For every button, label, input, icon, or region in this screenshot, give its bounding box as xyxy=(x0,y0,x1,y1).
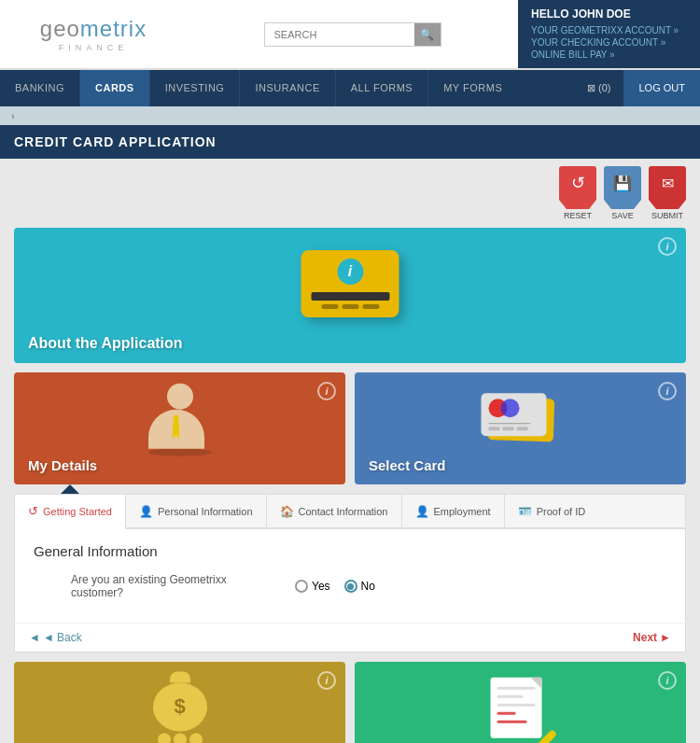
user-greeting: HELLO JOHN DOE xyxy=(531,7,687,21)
select-card-label: Select Card xyxy=(369,457,446,473)
radio-group: Yes No xyxy=(295,580,375,593)
submit-label: Submit xyxy=(651,211,683,220)
nav-item-my-forms[interactable]: MY FORMS xyxy=(428,70,517,106)
tab-employment[interactable]: 👤 Employment xyxy=(402,495,505,527)
about-card[interactable]: i About the Application i xyxy=(14,228,686,363)
radio-yes[interactable]: Yes xyxy=(295,580,330,593)
logo-area: geometrix FINANCE xyxy=(0,0,187,68)
back-button[interactable]: ◄ ◄ Back xyxy=(29,631,82,644)
about-info-badge: i xyxy=(658,237,677,256)
my-details-label: My Details xyxy=(28,457,97,473)
nav-right: ⊠ (0) LOG OUT xyxy=(574,70,700,106)
search-input[interactable] xyxy=(265,23,414,46)
personal-info-icon: 👤 xyxy=(139,505,153,518)
back-label: ◄ Back xyxy=(43,631,82,644)
reset-label: Reset xyxy=(564,211,592,220)
nav-item-investing[interactable]: INVESTING xyxy=(150,70,241,106)
tab-content: General Information Are you an existing … xyxy=(15,529,685,623)
nav-item-all-forms[interactable]: ALL FORMS xyxy=(336,70,428,106)
nav-item-cards[interactable]: CARDS xyxy=(80,70,150,106)
next-label: Next xyxy=(633,631,657,644)
logout-button[interactable]: LOG OUT xyxy=(623,70,700,106)
submit-button[interactable]: ✉ Submit xyxy=(649,166,686,220)
select-card-icon xyxy=(481,393,560,447)
main-content: i About the Application i xyxy=(0,228,700,743)
tab-proof-of-id[interactable]: 🪪 Proof of ID xyxy=(505,495,599,527)
money-bag-icon: $ xyxy=(153,671,207,743)
checking-account-link[interactable]: YOUR CHECKING ACCOUNT » xyxy=(531,37,687,48)
page-title-bar: CREDIT CARD APPLICATION xyxy=(0,125,700,159)
nav-bar: BANKING CARDS INVESTING INSURANCE ALL FO… xyxy=(0,70,700,106)
radio-no-button[interactable] xyxy=(344,580,357,593)
nav-items: BANKING CARDS INVESTING INSURANCE ALL FO… xyxy=(0,70,517,106)
my-details-card[interactable]: My Details i xyxy=(14,372,345,484)
tab-arrow xyxy=(14,484,686,494)
save-button[interactable]: 💾 Save xyxy=(604,166,641,220)
cards-row: My Details i xyxy=(14,372,686,484)
my-details-info-badge: i xyxy=(317,382,336,400)
tab-personal-info[interactable]: 👤 Personal Information xyxy=(126,495,267,527)
employment-icon: 👤 xyxy=(415,505,429,518)
action-bar: ↺ Reset 💾 Save ✉ Submit xyxy=(0,159,700,228)
tab-getting-started[interactable]: ↺ Getting Started xyxy=(15,495,126,529)
your-account-link[interactable]: YOUR GEOMETRIXX ACCOUNT » xyxy=(531,25,687,35)
user-area: HELLO JOHN DOE YOUR GEOMETRIXX ACCOUNT »… xyxy=(518,0,700,68)
getting-started-icon: ↺ xyxy=(28,504,38,518)
tabs-section: ↺ Getting Started 👤 Personal Information… xyxy=(14,494,686,652)
next-arrow-icon: ► xyxy=(660,631,671,644)
form-nav: ◄ ◄ Back Next ► xyxy=(15,623,685,652)
section-title: General Information xyxy=(34,543,666,559)
tabs-header: ↺ Getting Started 👤 Personal Information… xyxy=(15,495,685,529)
logo-text: geometrix xyxy=(40,16,147,42)
header: geometrix FINANCE 🔍 HELLO JOHN DOE YOUR … xyxy=(0,0,700,70)
search-button[interactable]: 🔍 xyxy=(414,23,441,46)
search-area: 🔍 xyxy=(187,0,518,68)
logo-subtitle: FINANCE xyxy=(59,43,129,52)
select-card-info-badge: i xyxy=(658,382,677,400)
page-title: CREDIT CARD APPLICATION xyxy=(14,134,686,149)
certifications-icon xyxy=(490,678,551,743)
select-card-card[interactable]: Select Card i xyxy=(355,372,686,484)
about-card-icon: i xyxy=(301,250,399,317)
reset-button[interactable]: ↺ Reset xyxy=(559,166,596,220)
proof-of-id-icon: 🪪 xyxy=(518,505,532,518)
cart-area[interactable]: ⊠ (0) xyxy=(574,70,624,106)
next-button[interactable]: Next ► xyxy=(633,631,671,644)
save-label: Save xyxy=(611,211,633,220)
nav-item-banking[interactable]: BANKING xyxy=(0,70,80,106)
bottom-cards-row: $ Annual Income i xyxy=(14,662,686,743)
annual-income-card[interactable]: $ Annual Income i xyxy=(14,662,345,743)
yes-label: Yes xyxy=(312,580,330,593)
annual-income-info-badge: i xyxy=(317,671,336,690)
bill-pay-link[interactable]: ONLINE BILL PAY » xyxy=(531,49,687,60)
radio-yes-button[interactable] xyxy=(295,580,308,593)
tab-contact-info[interactable]: 🏠 Contact Information xyxy=(267,495,402,527)
back-arrow-icon: ◄ xyxy=(29,631,40,644)
question-label: Are you an existing Geometrixx customer? xyxy=(71,573,276,599)
certifications-info-badge: i xyxy=(658,671,677,690)
nav-item-insurance[interactable]: INSURANCE xyxy=(240,70,335,106)
certifications-card[interactable]: Certifications i xyxy=(355,662,686,743)
person-icon xyxy=(148,384,212,456)
no-label: No xyxy=(361,580,375,593)
form-row: Are you an existing Geometrixx customer?… xyxy=(34,573,666,599)
about-card-label: About the Application xyxy=(28,335,183,352)
radio-no[interactable]: No xyxy=(344,580,375,593)
contact-info-icon: 🏠 xyxy=(280,505,294,518)
breadcrumb: › xyxy=(0,106,700,125)
